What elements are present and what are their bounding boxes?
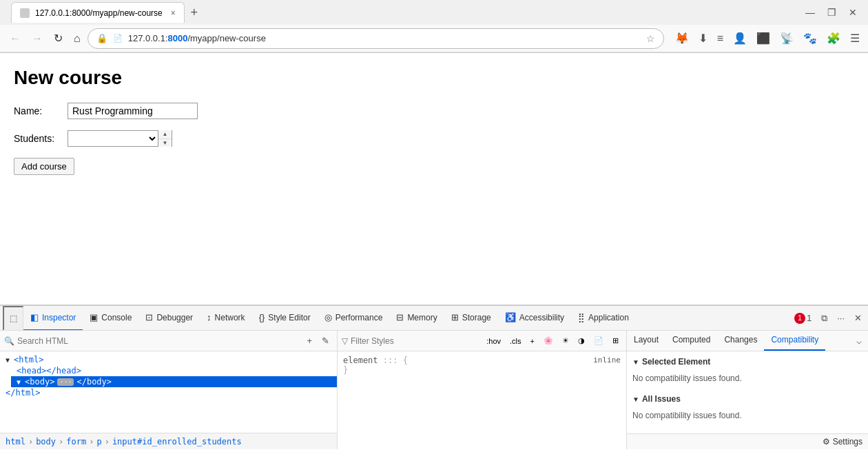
reload-button[interactable]: ↻ [50,29,67,48]
devtools-tab-style-editor[interactable]: {} Style Editor [252,306,318,331]
console-label: Console [101,313,132,322]
layout-tab[interactable]: Layout [627,331,665,351]
html-line-head[interactable]: <head></head> [11,365,337,376]
bookmark-icon[interactable]: ☆ [646,33,655,44]
print-button[interactable]: 📄 [590,335,607,347]
breadcrumb-html[interactable]: html [6,437,25,447]
add-course-button[interactable]: Add course [14,158,74,175]
name-input[interactable] [68,103,198,119]
menu-icon[interactable]: ☰ [847,29,862,48]
tab-title: 127.0.0.1:8000/myapp/new-course [35,8,163,18]
spinner-down[interactable]: ▼ [158,139,172,147]
inspector-icon: ◧ [30,312,39,322]
devtools-tab-memory[interactable]: ⊟ Memory [389,306,444,331]
html-search-input[interactable] [17,336,300,346]
html-line-html-close[interactable]: </html> [0,387,337,398]
console-icon: ▣ [90,312,98,322]
settings-button[interactable]: ⚙ Settings [823,437,862,447]
breadcrumb-bar: html › body › form › p › input#id_enroll… [0,433,337,449]
students-spinner: ▲ ▼ [158,130,172,147]
profile-icon[interactable]: 🐾 [800,29,820,48]
breadcrumb-p[interactable]: p [96,437,101,447]
html-line-html-open[interactable]: ▼ <html> [0,354,337,365]
cls-button[interactable]: .cls [506,335,525,347]
sun-button[interactable]: ☀ [559,335,572,347]
all-issues-title[interactable]: ▼ All Issues [632,394,862,404]
close-button[interactable]: ✕ [843,4,862,21]
devtools-tab-inspector[interactable]: ◧ Inspector [23,306,83,331]
moon-button[interactable]: ◑ [575,335,588,347]
layout-button[interactable]: ⊞ [609,335,622,347]
settings-gear-icon: ⚙ [823,437,830,447]
accessibility-icon: ♿ [505,312,516,322]
extensions-icon[interactable]: 🧩 [824,29,843,48]
all-issues-section: ▼ All Issues No compatibility issues fou… [632,394,862,423]
html-tag-html-close: </html> [6,388,41,398]
computed-tab[interactable]: Computed [665,331,717,351]
settings-label: Settings [833,437,862,447]
synced-tabs-icon[interactable]: ≡ [714,30,726,48]
students-select-wrap: ▲ ▼ [68,130,172,147]
expand-icon: ▼ [6,356,10,364]
compat-content: ▼ Selected Element No compatibility issu… [627,351,868,433]
compat-more-button[interactable]: ⌵ [853,334,865,348]
devtools-pick-element[interactable]: ⬚ [3,306,23,331]
pick-node-button[interactable]: ✎ [318,334,333,348]
devtools-tab-storage[interactable]: ⊞ Storage [444,306,498,331]
back-button[interactable]: ← [6,30,25,48]
rss-icon[interactable]: 📡 [777,29,796,48]
address-bar[interactable]: 🔒 📄 127.0.0.1:8000/myapp/new-course ☆ [87,28,664,49]
responsive-design-icon[interactable]: ⧉ [818,311,831,326]
container-icon[interactable]: ⬛ [754,29,773,48]
html-search-bar: 🔍 + ✎ [0,331,337,351]
hov-button[interactable]: :hov [483,335,504,347]
download-icon[interactable]: ⬇ [696,29,710,48]
debugger-label: Debugger [156,313,193,322]
devtools-tab-application[interactable]: ⣿ Application [571,306,636,331]
error-button[interactable]: 1 1 [791,311,815,326]
html-line-body[interactable]: ▼ <body> ··· </body> [11,376,337,387]
devtools-tab-accessibility[interactable]: ♿ Accessibility [498,306,571,331]
restore-button[interactable]: ❐ [822,4,842,21]
storage-icon: ⊞ [451,312,459,322]
forward-button[interactable]: → [28,30,47,48]
selected-element-label: Selected Element [642,357,710,367]
selected-element-no-issues: No compatibility issues found. [632,371,862,386]
all-issues-chevron: ▼ [632,396,639,403]
tab-close-button[interactable]: × [171,8,176,18]
breadcrumb-sep-2: › [59,437,63,447]
devtools-tab-console[interactable]: ▣ Console [83,306,138,331]
add-node-button[interactable]: + [303,334,316,348]
network-icon: ↕ [207,312,211,322]
active-tab[interactable]: 127.0.0.1:8000/myapp/new-course × [11,2,185,23]
html-tag-head: <head></head> [17,366,81,376]
more-tools-icon[interactable]: ··· [834,311,848,325]
name-label: Name: [14,105,62,116]
styles-filter-input[interactable] [351,336,480,346]
spinner-up[interactable]: ▲ [158,130,172,139]
pocket-icon[interactable]: 🦊 [672,29,692,48]
compatibility-tab[interactable]: Compatibility [764,331,825,351]
students-select[interactable] [68,131,158,146]
account-icon[interactable]: 👤 [730,29,750,48]
devtools-tab-performance[interactable]: ◎ Performance [318,306,390,331]
address-icon: 📄 [113,34,123,43]
minimize-button[interactable]: — [800,4,820,21]
breadcrumb-form[interactable]: form [66,437,86,447]
close-devtools-button[interactable]: ✕ [851,311,865,325]
home-button[interactable]: ⌂ [70,30,85,48]
students-form-row: Students: ▲ ▼ [14,130,854,147]
changes-tab[interactable]: Changes [717,331,764,351]
selected-element-title[interactable]: ▼ Selected Element [632,357,862,367]
new-tab-button[interactable]: + [185,3,204,22]
add-style-button[interactable]: + [527,335,538,347]
breadcrumb-input[interactable]: input#id_enrolled_students [112,437,242,447]
styles-selector: element ::: { [343,356,408,365]
address-text[interactable]: 127.0.0.1:8000/myapp/new-course [128,33,641,43]
devtools-tab-network[interactable]: ↕ Network [200,306,252,331]
styles-panel: ▽ :hov .cls + 🌸 ☀ ◑ 📄 ⊞ element ::: { in… [338,331,627,449]
breadcrumb-body[interactable]: body [36,437,56,447]
light-bulb-button[interactable]: 🌸 [540,335,557,347]
devtools-tab-debugger[interactable]: ⊡ Debugger [138,306,200,331]
styles-closing-brace: } [343,365,621,375]
